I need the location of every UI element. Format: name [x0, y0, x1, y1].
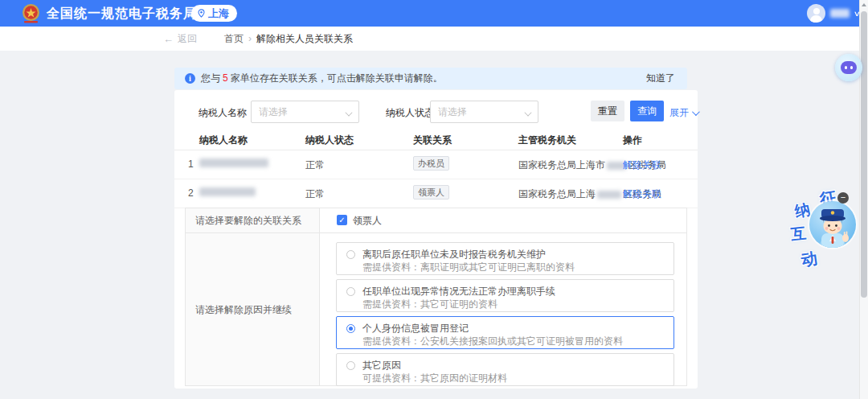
tax-interaction-widget[interactable]: 征 纳 互 动 − [791, 187, 857, 279]
minimize-button[interactable]: − [837, 192, 849, 204]
unbind-form: 请选择要解除的关联关系 ✓ 领票人 请选择解除原因并继续 离职后原任职单位未及时… [185, 208, 687, 386]
widget-char: 动 [800, 248, 819, 272]
relation-checkbox-label: 领票人 [353, 208, 382, 232]
option-desc: 需提供资料：离职证明或其它可证明已离职的资料 [362, 261, 575, 274]
col-taxpayer-status: 纳税人状态 [305, 134, 354, 147]
search-button[interactable]: 查询 [630, 101, 664, 121]
radio-icon [346, 324, 355, 333]
notice-text: 您与5家单位存在关联关系，可点击解除关联申请解除。 [201, 68, 443, 89]
select-placeholder: 请选择 [259, 101, 288, 122]
content-card: 纳税人名称 请选择 纳税人状态 请选择 重置 查询 展开 纳税人名称 纳税人状态… [174, 90, 698, 389]
option-title: 个人身份信息被冒用登记 [362, 322, 469, 335]
breadcrumb-separator: › [248, 33, 252, 44]
table-row: 1 正常 办税员 国家税务总局上海市区税务局 解除关联 [174, 150, 698, 179]
back-arrow-icon: ← [163, 33, 174, 45]
reason-option-abnormal-employer[interactable]: 任职单位出现异常情况无法正常办理离职手续 需提供资料：其它可证明的资料 [336, 279, 674, 312]
radio-icon [346, 361, 355, 370]
app-header: 全国统一规范电子税务局 上海 ∨ [0, 0, 868, 27]
option-title: 任职单位出现异常情况无法正常办理离职手续 [362, 285, 555, 298]
back-button[interactable]: ← 返回 [163, 32, 197, 46]
location-pin-icon [197, 9, 206, 18]
option-desc: 可提供资料：其它原因的证明材料 [362, 372, 507, 385]
reason-option-identity-fraud[interactable]: 个人身份信息被冒用登记 需提供资料：公安机关接报案回执或其它可证明被冒用的资料 [336, 316, 674, 349]
back-label: 返回 [178, 32, 197, 46]
user-menu[interactable]: ∨ [807, 0, 860, 27]
reason-select-row: 请选择解除原因并继续 离职后原任职单位未及时报告税务机关维护 需提供资料：离职证… [186, 233, 686, 385]
redacted-username [830, 9, 850, 18]
taxpayer-status-label: 纳税人状态 [386, 106, 434, 120]
relation-select-label: 请选择要解除的关联关系 [195, 214, 301, 228]
national-emblem-icon [21, 3, 41, 23]
relation-checkbox[interactable]: ✓ [337, 215, 347, 225]
location-label: 上海 [208, 6, 229, 21]
status-value: 正常 [305, 158, 325, 172]
breadcrumb-current: 解除相关人员关联关系 [256, 32, 353, 46]
taxpayer-name-label: 纳税人名称 [199, 106, 247, 120]
app-title: 全国统一规范电子税务局 [47, 0, 197, 27]
redacted-taxpayer-name [199, 158, 268, 167]
unbind-link[interactable]: 解除关联 [623, 158, 661, 172]
radio-icon [346, 287, 355, 296]
chevron-down-icon [524, 109, 531, 116]
taxpayer-name-select[interactable]: 请选择 [251, 101, 359, 123]
taxpayer-status-select[interactable]: 请选择 [430, 101, 538, 123]
table-header: 纳税人名称 纳税人状态 关联关系 主管税务机关 操作 [174, 130, 698, 150]
reason-select-label: 请选择解除原因并继续 [195, 302, 292, 316]
col-relation: 关联关系 [413, 134, 452, 147]
col-taxpayer-name: 纳税人名称 [199, 134, 248, 147]
option-title: 其它原因 [362, 359, 401, 372]
option-desc: 需提供资料：其它可证明的资料 [362, 298, 497, 311]
robot-face-icon [841, 61, 857, 74]
status-value: 正常 [305, 187, 325, 201]
breadcrumb-band: ← 返回 首页 › 解除相关人员关联关系 [0, 27, 868, 51]
chevron-down-icon [692, 108, 700, 116]
user-avatar-icon [807, 4, 825, 23]
breadcrumb-home[interactable]: 首页 [224, 32, 244, 46]
chat-assistant-icon[interactable] [835, 54, 862, 81]
relation-notice-banner: i 您与5家单位存在关联关系，可点击解除关联申请解除。 知道了 [174, 68, 687, 89]
info-icon: i [185, 73, 195, 84]
widget-char: 互 [790, 223, 808, 245]
col-authority: 主管税务机关 [518, 134, 576, 147]
col-action: 操作 [623, 134, 642, 147]
table-row: 2 正常 领票人 国家税务总局上海区税务局 解除关联 [174, 179, 698, 208]
reason-options: 离职后原任职单位未及时报告税务机关维护 需提供资料：离职证明或其它可证明已离职的… [336, 242, 674, 390]
reason-option-other[interactable]: 其它原因 可提供资料：其它原因的证明材料 [336, 353, 674, 386]
relation-tag: 领票人 [413, 185, 449, 200]
breadcrumb: ← 返回 首页 › 解除相关人员关联关系 [163, 27, 353, 51]
radio-icon [346, 250, 355, 259]
expand-link[interactable]: 展开 [669, 106, 698, 120]
relation-select-row: 请选择要解除的关联关系 ✓ 领票人 [186, 208, 686, 233]
redacted-taxpayer-name [199, 187, 256, 196]
location-selector[interactable]: 上海 [191, 5, 237, 22]
relation-tag: 办税员 [413, 156, 449, 171]
row-index: 2 [188, 187, 194, 199]
redacted-district [597, 191, 621, 199]
scroll-up-arrow-icon[interactable] [860, 0, 868, 10]
unbind-link[interactable]: 解除关联 [623, 187, 661, 201]
relation-count: 5 [220, 72, 231, 84]
tax-officer-avatar[interactable] [809, 201, 856, 248]
tax-officer-icon [809, 201, 856, 248]
option-desc: 需提供资料：公安机关接报案回执或其它可证明被冒用的资料 [362, 335, 623, 348]
reason-option-resigned[interactable]: 离职后原任职单位未及时报告税务机关维护 需提供资料：离职证明或其它可证明已离职的… [336, 242, 674, 275]
select-placeholder: 请选择 [438, 101, 467, 122]
row-index: 1 [188, 158, 194, 170]
option-title: 离职后原任职单位未及时报告税务机关维护 [362, 248, 546, 261]
dismiss-button[interactable]: 知道了 [646, 68, 675, 89]
chevron-down-icon [345, 109, 352, 116]
reset-button[interactable]: 重置 [591, 101, 624, 121]
scrollbar-thumb[interactable] [861, 11, 867, 298]
